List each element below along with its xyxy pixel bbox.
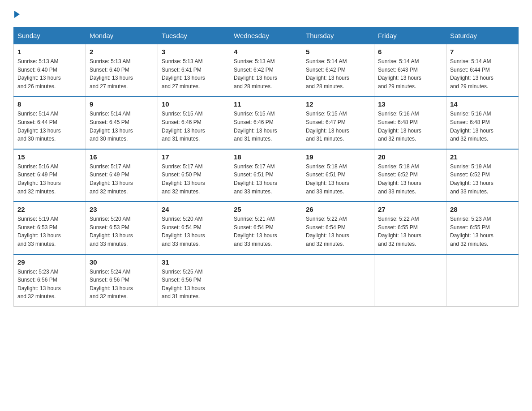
day-info: Sunrise: 5:20 AMSunset: 6:54 PMDaylight:… — [162, 215, 226, 248]
calendar-cell: 4Sunrise: 5:13 AMSunset: 6:42 PMDaylight… — [230, 44, 302, 97]
day-number: 19 — [306, 153, 370, 161]
week-row-5: 29Sunrise: 5:23 AMSunset: 6:56 PMDayligh… — [14, 254, 519, 307]
calendar-cell: 17Sunrise: 5:17 AMSunset: 6:50 PMDayligh… — [158, 149, 230, 201]
day-info: Sunrise: 5:17 AMSunset: 6:50 PMDaylight:… — [162, 163, 226, 196]
header-sunday: Sunday — [14, 27, 86, 44]
day-number: 8 — [17, 100, 82, 108]
calendar-cell — [230, 254, 302, 307]
calendar-cell: 1Sunrise: 5:13 AMSunset: 6:40 PMDaylight… — [14, 44, 86, 97]
day-number: 15 — [17, 153, 82, 161]
day-info: Sunrise: 5:13 AMSunset: 6:40 PMDaylight:… — [17, 57, 82, 90]
day-info: Sunrise: 5:16 AMSunset: 6:48 PMDaylight:… — [378, 110, 442, 143]
day-number: 2 — [90, 48, 154, 56]
calendar-cell: 23Sunrise: 5:20 AMSunset: 6:53 PMDayligh… — [86, 201, 158, 254]
calendar-cell: 28Sunrise: 5:23 AMSunset: 6:55 PMDayligh… — [446, 201, 519, 254]
day-info: Sunrise: 5:14 AMSunset: 6:44 PMDaylight:… — [17, 110, 82, 143]
day-info: Sunrise: 5:14 AMSunset: 6:45 PMDaylight:… — [90, 110, 154, 143]
day-info: Sunrise: 5:15 AMSunset: 6:46 PMDaylight:… — [162, 110, 226, 143]
header-thursday: Thursday — [302, 27, 374, 44]
calendar-cell: 11Sunrise: 5:15 AMSunset: 6:46 PMDayligh… — [230, 96, 302, 149]
calendar-cell: 8Sunrise: 5:14 AMSunset: 6:44 PMDaylight… — [14, 96, 86, 149]
calendar-cell: 21Sunrise: 5:19 AMSunset: 6:52 PMDayligh… — [446, 149, 519, 201]
calendar-cell: 10Sunrise: 5:15 AMSunset: 6:46 PMDayligh… — [158, 96, 230, 149]
calendar-cell: 16Sunrise: 5:17 AMSunset: 6:49 PMDayligh… — [86, 149, 158, 201]
day-info: Sunrise: 5:13 AMSunset: 6:40 PMDaylight:… — [90, 57, 154, 90]
day-number: 12 — [306, 100, 370, 108]
calendar-cell: 27Sunrise: 5:22 AMSunset: 6:55 PMDayligh… — [374, 201, 446, 254]
day-number: 9 — [90, 100, 154, 108]
day-number: 3 — [162, 48, 226, 56]
calendar-cell: 3Sunrise: 5:13 AMSunset: 6:41 PMDaylight… — [158, 44, 230, 97]
calendar-cell: 25Sunrise: 5:21 AMSunset: 6:54 PMDayligh… — [230, 201, 302, 254]
day-number: 25 — [234, 206, 298, 213]
day-number: 26 — [306, 206, 370, 213]
day-number: 22 — [17, 206, 82, 213]
day-info: Sunrise: 5:14 AMSunset: 6:43 PMDaylight:… — [378, 57, 442, 90]
calendar-cell: 31Sunrise: 5:25 AMSunset: 6:56 PMDayligh… — [158, 254, 230, 307]
header-row: SundayMondayTuesdayWednesdayThursdayFrid… — [14, 27, 519, 44]
day-info: Sunrise: 5:15 AMSunset: 6:46 PMDaylight:… — [234, 110, 298, 143]
day-number: 13 — [378, 100, 442, 108]
calendar-cell: 22Sunrise: 5:19 AMSunset: 6:53 PMDayligh… — [14, 201, 86, 254]
header-wednesday: Wednesday — [230, 27, 302, 44]
day-number: 7 — [450, 48, 515, 56]
calendar-cell: 2Sunrise: 5:13 AMSunset: 6:40 PMDaylight… — [86, 44, 158, 97]
calendar-cell: 20Sunrise: 5:18 AMSunset: 6:52 PMDayligh… — [374, 149, 446, 201]
calendar-cell: 18Sunrise: 5:17 AMSunset: 6:51 PMDayligh… — [230, 149, 302, 201]
week-row-4: 22Sunrise: 5:19 AMSunset: 6:53 PMDayligh… — [14, 201, 519, 254]
day-number: 31 — [162, 258, 226, 266]
logo — [13, 9, 20, 18]
logo-blue-container — [13, 9, 20, 18]
calendar-cell: 12Sunrise: 5:15 AMSunset: 6:47 PMDayligh… — [302, 96, 374, 149]
day-number: 11 — [234, 100, 298, 108]
calendar-cell: 30Sunrise: 5:24 AMSunset: 6:56 PMDayligh… — [86, 254, 158, 307]
calendar-cell — [374, 254, 446, 307]
header-monday: Monday — [86, 27, 158, 44]
day-info: Sunrise: 5:19 AMSunset: 6:52 PMDaylight:… — [450, 163, 515, 196]
day-info: Sunrise: 5:22 AMSunset: 6:54 PMDaylight:… — [306, 215, 370, 248]
calendar-cell: 26Sunrise: 5:22 AMSunset: 6:54 PMDayligh… — [302, 201, 374, 254]
calendar-cell: 24Sunrise: 5:20 AMSunset: 6:54 PMDayligh… — [158, 201, 230, 254]
calendar-cell — [302, 254, 374, 307]
day-info: Sunrise: 5:24 AMSunset: 6:56 PMDaylight:… — [90, 268, 154, 301]
week-row-2: 8Sunrise: 5:14 AMSunset: 6:44 PMDaylight… — [14, 96, 519, 149]
day-info: Sunrise: 5:14 AMSunset: 6:44 PMDaylight:… — [450, 57, 515, 90]
calendar-header: SundayMondayTuesdayWednesdayThursdayFrid… — [14, 27, 519, 44]
day-number: 27 — [378, 206, 442, 213]
day-number: 1 — [17, 48, 82, 56]
day-number: 18 — [234, 153, 298, 161]
calendar-table: SundayMondayTuesdayWednesdayThursdayFrid… — [13, 27, 519, 307]
day-info: Sunrise: 5:14 AMSunset: 6:42 PMDaylight:… — [306, 57, 370, 90]
day-info: Sunrise: 5:22 AMSunset: 6:55 PMDaylight:… — [378, 215, 442, 248]
day-number: 20 — [378, 153, 442, 161]
day-info: Sunrise: 5:25 AMSunset: 6:56 PMDaylight:… — [162, 268, 226, 301]
day-info: Sunrise: 5:17 AMSunset: 6:51 PMDaylight:… — [234, 163, 298, 196]
logo-arrow-icon — [14, 11, 20, 18]
day-number: 29 — [17, 258, 82, 266]
day-number: 17 — [162, 153, 226, 161]
day-info: Sunrise: 5:17 AMSunset: 6:49 PMDaylight:… — [90, 163, 154, 196]
calendar-cell: 14Sunrise: 5:16 AMSunset: 6:48 PMDayligh… — [446, 96, 519, 149]
calendar-cell: 15Sunrise: 5:16 AMSunset: 6:49 PMDayligh… — [14, 149, 86, 201]
day-info: Sunrise: 5:23 AMSunset: 6:56 PMDaylight:… — [17, 268, 82, 301]
calendar-cell: 5Sunrise: 5:14 AMSunset: 6:42 PMDaylight… — [302, 44, 374, 97]
day-number: 23 — [90, 206, 154, 213]
calendar-cell — [446, 254, 519, 307]
calendar-cell: 6Sunrise: 5:14 AMSunset: 6:43 PMDaylight… — [374, 44, 446, 97]
day-number: 6 — [378, 48, 442, 56]
day-info: Sunrise: 5:21 AMSunset: 6:54 PMDaylight:… — [234, 215, 298, 248]
day-info: Sunrise: 5:18 AMSunset: 6:52 PMDaylight:… — [378, 163, 442, 196]
day-number: 16 — [90, 153, 154, 161]
week-row-3: 15Sunrise: 5:16 AMSunset: 6:49 PMDayligh… — [14, 149, 519, 201]
calendar-cell: 13Sunrise: 5:16 AMSunset: 6:48 PMDayligh… — [374, 96, 446, 149]
page-header — [13, 9, 519, 18]
header-saturday: Saturday — [446, 27, 519, 44]
day-number: 24 — [162, 206, 226, 213]
calendar-cell: 9Sunrise: 5:14 AMSunset: 6:45 PMDaylight… — [86, 96, 158, 149]
day-number: 28 — [450, 206, 515, 213]
calendar-cell: 7Sunrise: 5:14 AMSunset: 6:44 PMDaylight… — [446, 44, 519, 97]
day-info: Sunrise: 5:15 AMSunset: 6:47 PMDaylight:… — [306, 110, 370, 143]
day-number: 14 — [450, 100, 515, 108]
day-info: Sunrise: 5:13 AMSunset: 6:41 PMDaylight:… — [162, 57, 226, 90]
day-info: Sunrise: 5:16 AMSunset: 6:48 PMDaylight:… — [450, 110, 515, 143]
